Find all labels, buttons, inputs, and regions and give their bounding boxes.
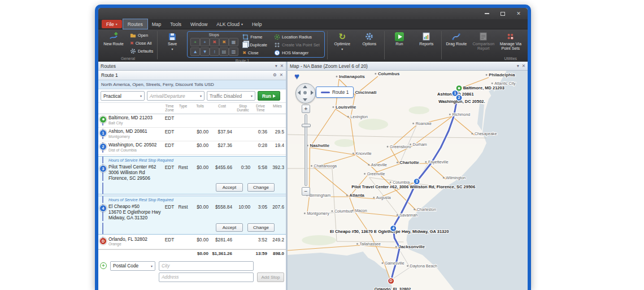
map-panel-header: Map - NA Base (Zoom Level 6 of 20) ▾ ✕ xyxy=(288,62,528,71)
close-panel-icon[interactable]: ✕ xyxy=(522,63,525,69)
route-tab[interactable]: Route 1 ⚙︎ ✕ xyxy=(98,71,286,80)
city-label: Augusta xyxy=(376,196,391,200)
add-stop-button[interactable]: + xyxy=(190,38,200,46)
route-legend[interactable]: Route 1 xyxy=(316,86,354,98)
column-header: Stop Duratic xyxy=(234,104,252,112)
clear-stops-button[interactable]: ✖ xyxy=(219,38,229,46)
save-button[interactable]: Save ▾ xyxy=(160,31,185,55)
stop-drive-time xyxy=(252,115,269,125)
pan-up-icon[interactable] xyxy=(303,85,307,88)
arrival-departure-select[interactable]: Arrival/Departure▾ xyxy=(147,91,204,101)
import-stops-button[interactable]: ▤ xyxy=(219,47,229,56)
menu-help[interactable]: Help xyxy=(247,19,266,29)
options-button[interactable]: Options xyxy=(357,31,382,55)
menu-file[interactable]: File▾ xyxy=(102,20,122,28)
pan-left-icon[interactable] xyxy=(298,90,301,95)
reverse-stops-button[interactable]: ↕ xyxy=(210,47,219,56)
new-route-button[interactable]: New Route xyxy=(101,31,126,55)
pan-down-icon[interactable] xyxy=(303,98,307,101)
menu-map[interactable]: Map xyxy=(147,19,166,29)
open-button[interactable]: Open xyxy=(128,32,155,39)
stop-name: Orlando, FL 32802 xyxy=(108,237,163,243)
options-gear-icon xyxy=(365,32,373,41)
reports-button[interactable]: Reports xyxy=(414,31,439,55)
stop-marker-4: 4 xyxy=(99,205,107,212)
stop-county: Montgomery xyxy=(108,135,163,139)
accept-button[interactable]: Accept xyxy=(216,183,243,192)
menu-alk-cloud[interactable]: ALK Cloud▾ xyxy=(212,19,247,29)
pan-center-dot[interactable] xyxy=(303,91,307,94)
new-route-icon xyxy=(109,32,119,41)
manage-via-point-sets-button[interactable]: Manage Via Point Sets xyxy=(498,31,523,55)
zoom-slider[interactable] xyxy=(304,114,307,186)
run-route-button[interactable]: Run xyxy=(258,91,280,101)
drag-route-button[interactable]: Drag Route xyxy=(444,31,469,55)
map-pan-control[interactable] xyxy=(295,83,316,103)
stop-row[interactable]: Baltimore, MD 21203Balt CityEDT xyxy=(98,114,286,128)
address-input[interactable] xyxy=(159,272,254,282)
run-button[interactable]: Run xyxy=(387,31,412,55)
collapse-panel-icon[interactable]: ▾ xyxy=(275,63,277,69)
close-panel-icon[interactable]: ✕ xyxy=(280,63,284,69)
vehicle-profiles-button[interactable]: Vehicle Profiles xyxy=(525,31,531,55)
save-icon xyxy=(168,32,177,41)
city-input[interactable] xyxy=(159,261,254,271)
duplicate-button[interactable]: Duplicate xyxy=(241,41,269,49)
map-stop-marker-label: 4 xyxy=(392,227,394,231)
city-label: Charlotte xyxy=(399,160,419,165)
totals-row: $0.00 $1,361.26 13:59 898.0 xyxy=(98,249,286,258)
delete-stop-button[interactable]: ✖ xyxy=(210,38,219,46)
minimize-button[interactable] xyxy=(482,10,491,18)
hos-manager-button[interactable]: HOS Manager xyxy=(272,49,321,57)
collapse-panel-icon[interactable]: ▾ xyxy=(517,63,519,69)
dropdown-caret-icon: ▾ xyxy=(341,47,343,51)
accept-button[interactable]: Accept xyxy=(216,223,243,232)
maximize-button[interactable] xyxy=(498,10,507,18)
city-label: Columbia xyxy=(393,180,410,184)
add-stop-plus-icon: + xyxy=(100,262,107,269)
city-label: Roanoke xyxy=(416,122,432,125)
menu-routes[interactable]: Routes xyxy=(123,19,147,29)
comparison-report-button[interactable]: Comparison Report xyxy=(471,31,496,55)
move-stop-down-button[interactable]: ▼ xyxy=(200,47,210,56)
geocode-type-select[interactable]: Postal Code▾ xyxy=(110,261,155,271)
defaults-button[interactable]: Defaults xyxy=(128,47,155,55)
pan-right-icon[interactable] xyxy=(311,90,314,95)
chevron-down-icon: ▾ xyxy=(140,94,142,98)
traffic-select[interactable]: Traffic Disabled▾ xyxy=(207,91,255,101)
zoom-out-button[interactable]: − xyxy=(302,187,310,196)
stop-row[interactable]: 1Ashton, MD 20861MontgomeryEDT$0.00$37.9… xyxy=(98,128,286,141)
close-window-button[interactable]: ✕ xyxy=(514,10,523,18)
insert-stop-button[interactable]: + xyxy=(200,38,210,46)
menu-window[interactable]: Window xyxy=(186,19,212,29)
drag-route-icon xyxy=(452,32,460,41)
route-settings-gear-icon[interactable]: ⚙︎ xyxy=(273,72,277,78)
close-route-button[interactable]: ✖Close xyxy=(241,49,269,57)
change-button[interactable]: Change xyxy=(247,183,275,192)
stop-row[interactable]: 2Washington, DC 20502Dist of ColumbiaEDT… xyxy=(98,141,286,155)
city-dot xyxy=(486,74,488,76)
menu-tools[interactable]: Tools xyxy=(166,19,186,29)
route-controls-box: Stops ++✖✖▦▲▼↕▤▥ Frame Duplicate ✖Close … xyxy=(187,31,325,58)
optimize-button[interactable]: ↻ Optimize ▾ xyxy=(330,31,355,55)
export-stops-button[interactable]: ▥ xyxy=(229,47,238,56)
close-route-tab-icon[interactable]: ✕ xyxy=(280,72,283,78)
city-dot xyxy=(304,213,306,214)
stop-duration xyxy=(234,129,252,139)
add-stop-button[interactable]: Add Stop xyxy=(257,272,284,282)
move-stop-up-button[interactable]: ▲ xyxy=(190,47,200,56)
clear-stops-icon: ✖ xyxy=(222,40,226,45)
zoom-slider-handle[interactable] xyxy=(302,124,311,127)
stop-row[interactable]: DOrlando, FL 32802OrangeEDT$0.00$281.463… xyxy=(98,236,286,249)
zoom-in-button[interactable]: + xyxy=(302,105,310,113)
change-button[interactable]: Change xyxy=(247,223,275,232)
map-canvas[interactable]: PhiladelphiaAtlantic CityColumbusIndiana… xyxy=(288,71,528,290)
stop-row[interactable]: 3Pilot Travel Center #623006 Williston R… xyxy=(98,163,286,183)
stop-row[interactable]: 4El Cheapo #5013670 E Oglethorpe HwyMidw… xyxy=(98,203,286,222)
stop-list-button[interactable]: ▦ xyxy=(229,38,238,46)
map-stop-marker-label: 1 xyxy=(454,92,456,96)
route-type-select[interactable]: Practical▾ xyxy=(101,91,145,101)
frame-button[interactable]: Frame xyxy=(241,33,269,41)
stop-miles: 19.4 xyxy=(269,142,286,153)
stop-timezone: EDT xyxy=(163,204,176,220)
